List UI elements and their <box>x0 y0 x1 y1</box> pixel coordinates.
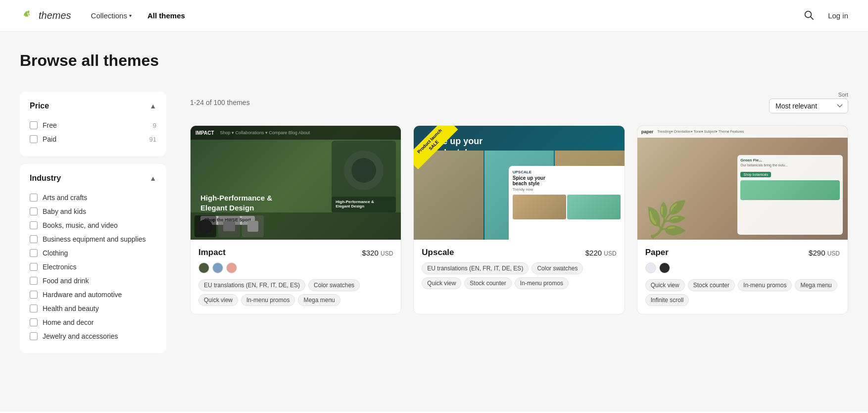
nav-links: Collections ▾ All themes <box>91 11 802 20</box>
theme-price-impact: $320 USD <box>362 249 393 257</box>
nav-all-themes[interactable]: All themes <box>147 11 185 20</box>
arts-label[interactable]: Arts and crafts <box>43 194 87 202</box>
industry-chevron-icon: ▲ <box>149 174 156 182</box>
swatch-3[interactable] <box>226 262 237 273</box>
free-count: 9 <box>153 122 156 129</box>
login-button[interactable]: Log in <box>828 11 848 20</box>
filter-item-home: Home and decor <box>30 315 156 329</box>
baby-label[interactable]: Baby and kids <box>43 207 86 215</box>
sort-select[interactable]: Most relevant Price: Low to High Price: … <box>769 99 848 113</box>
tag-quick-view-2: Quick view <box>422 277 461 289</box>
swatch-1[interactable] <box>198 262 209 273</box>
theme-price-paper: $290 USD <box>809 249 840 257</box>
main-layout: Price ▲ Free 9 Paid 91 Industry <box>0 80 868 412</box>
price-chevron-icon: ▲ <box>149 102 156 110</box>
chevron-down-icon: ▾ <box>129 13 132 18</box>
results-count: 1-24 of 100 themes <box>190 99 250 106</box>
filter-item-food: Food and drink <box>30 274 156 288</box>
food-label[interactable]: Food and drink <box>43 277 89 285</box>
paper-color-swatches <box>645 262 840 273</box>
svg-line-1 <box>811 17 813 19</box>
arts-checkbox[interactable] <box>30 194 38 202</box>
paid-checkbox[interactable] <box>30 135 38 143</box>
search-button[interactable] <box>801 7 816 24</box>
impact-tags: EU translations (EN, FR, IT, DE, ES) Col… <box>198 279 393 306</box>
logo[interactable]: themes <box>20 8 71 24</box>
theme-card-info-impact: Impact $320 USD EU translations (EN, FR,… <box>191 240 401 314</box>
health-label[interactable]: Health and beauty <box>43 305 99 312</box>
tag-color-swatches: Color swatches <box>308 279 360 291</box>
free-checkbox[interactable] <box>30 121 38 129</box>
home-label[interactable]: Home and decor <box>43 318 94 326</box>
clothing-label[interactable]: Clothing <box>43 249 68 257</box>
theme-card-image-paper: paper Trending▾ Orientation▾ Tone▾ Subje… <box>637 126 848 240</box>
tag-mega-menu-2: Mega menu <box>795 279 837 291</box>
tag-stock-counter-2: Stock counter <box>688 279 735 291</box>
paper-swatch-2[interactable] <box>659 262 670 273</box>
theme-card-image-impact: IMPACT Shop ▾ Collaborations ▾ Compare B… <box>191 126 401 240</box>
theme-card-upscale[interactable]: Product launchSALE Spice up yourbeach st… <box>413 125 625 314</box>
industry-filter-header[interactable]: Industry ▲ <box>30 174 156 183</box>
paper-swatch-1[interactable] <box>645 262 656 273</box>
paid-label[interactable]: Paid <box>43 135 56 143</box>
theme-name-impact: Impact <box>198 248 226 258</box>
theme-grid: IMPACT Shop ▾ Collaborations ▾ Compare B… <box>190 125 848 314</box>
nav-right: Log in <box>801 7 848 24</box>
price-filter-section: Price ▲ Free 9 Paid 91 <box>20 92 166 156</box>
impact-color-swatches <box>198 262 393 273</box>
logo-text: themes <box>39 10 71 21</box>
electronics-checkbox[interactable] <box>30 263 38 271</box>
tag-eu-translations: EU translations (EN, FR, IT, DE, ES) <box>198 279 305 291</box>
theme-name-upscale: Upscale <box>422 248 454 258</box>
filter-item-hardware: Hardware and automotive <box>30 288 156 302</box>
swatch-2[interactable] <box>212 262 223 273</box>
hardware-checkbox[interactable] <box>30 291 38 299</box>
price-filter-title: Price <box>30 102 49 110</box>
nav-collections[interactable]: Collections ▾ <box>91 11 132 20</box>
tag-stock-counter: Stock counter <box>464 277 511 289</box>
tag-quick-view-3: Quick view <box>645 279 685 291</box>
books-label[interactable]: Books, music, and video <box>43 221 118 229</box>
business-label[interactable]: Business equipment and supplies <box>43 235 146 243</box>
jewelry-checkbox[interactable] <box>30 332 38 340</box>
business-checkbox[interactable] <box>30 235 38 243</box>
sort-container: Sort Most relevant Price: Low to High Pr… <box>769 92 848 113</box>
filter-item-jewelry: Jewelry and accessories <box>30 329 156 343</box>
electronics-label[interactable]: Electronics <box>43 263 76 271</box>
search-icon <box>803 9 814 20</box>
filter-item-free: Free 9 <box>30 118 156 132</box>
theme-name-paper: Paper <box>645 248 669 258</box>
jewelry-label[interactable]: Jewelry and accessories <box>43 332 118 340</box>
books-checkbox[interactable] <box>30 221 38 229</box>
tag-eu-translations-2: EU translations (EN, FR, IT, DE, ES) <box>422 262 529 274</box>
tag-color-swatches-2: Color swatches <box>531 262 583 274</box>
tag-infinite-scroll: Infinite scroll <box>645 294 689 306</box>
theme-card-paper[interactable]: paper Trending▾ Orientation▾ Tone▾ Subje… <box>637 125 848 314</box>
filter-item-business: Business equipment and supplies <box>30 232 156 246</box>
clothing-checkbox[interactable] <box>30 249 38 257</box>
theme-card-image-upscale: Product launchSALE Spice up yourbeach st… <box>414 126 624 240</box>
theme-card-info-paper: Paper $290 USD Quick view Stock counter <box>637 240 848 314</box>
food-checkbox[interactable] <box>30 277 38 285</box>
filter-item-health: Health and beauty <box>30 302 156 315</box>
tag-quick-view: Quick view <box>198 294 238 306</box>
tag-in-menu-promos-3: In-menu promos <box>738 279 792 291</box>
free-label[interactable]: Free <box>43 121 57 129</box>
filter-item-baby: Baby and kids <box>30 205 156 218</box>
shopify-logo-icon <box>20 8 36 24</box>
price-filter-header[interactable]: Price ▲ <box>30 102 156 110</box>
baby-checkbox[interactable] <box>30 207 38 215</box>
filter-item-books: Books, music, and video <box>30 218 156 232</box>
filter-item-arts: Arts and crafts <box>30 191 156 205</box>
page-title: Browse all themes <box>20 52 848 70</box>
hardware-label[interactable]: Hardware and automotive <box>43 291 122 299</box>
filter-item-electronics: Electronics <box>30 260 156 274</box>
filter-item-clothing: Clothing <box>30 246 156 260</box>
theme-card-impact[interactable]: IMPACT Shop ▾ Collaborations ▾ Compare B… <box>190 125 401 314</box>
health-checkbox[interactable] <box>30 305 38 312</box>
tag-mega-menu: Mega menu <box>298 294 340 306</box>
sort-label: Sort <box>838 92 848 98</box>
industry-filter-section: Industry ▲ Arts and crafts Baby and kids… <box>20 164 166 353</box>
home-checkbox[interactable] <box>30 318 38 326</box>
theme-card-info-upscale: Upscale $220 USD EU translations (EN, FR… <box>414 240 624 297</box>
